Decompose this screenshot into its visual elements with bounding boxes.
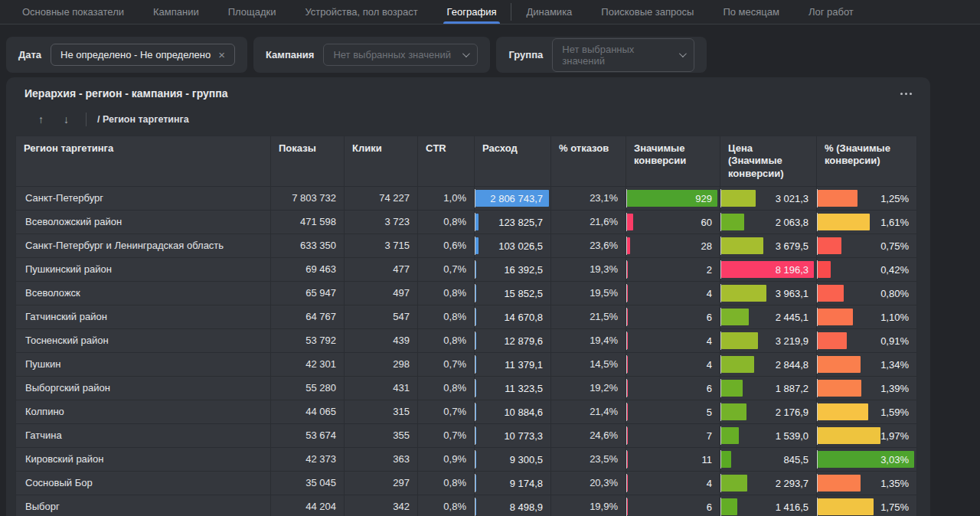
campaign-select[interactable]: Нет выбранных значений: [323, 44, 478, 66]
bar-value-text: 10 884,6: [504, 406, 543, 417]
cell-bounce: 23,1%: [551, 186, 626, 210]
clear-date-icon[interactable]: ×: [218, 49, 225, 60]
cell-ctr: 0,6%: [418, 234, 475, 257]
table-row[interactable]: Тосненский район53 7924390,8%12 879,619,…: [16, 328, 917, 352]
table-row[interactable]: Выборгский район55 2804310,8%11 323,519,…: [16, 376, 917, 400]
bar-value-text: 16 392,5: [504, 263, 543, 275]
cell-bounce: 19,3%: [551, 257, 626, 281]
col-header-clicks[interactable]: Клики: [345, 136, 418, 187]
col-header-ctr[interactable]: CTR: [418, 136, 475, 187]
cell-clicks: 342: [345, 495, 418, 516]
cell-spend-bar: 11 379,1: [475, 352, 551, 376]
cell-conv_share-bar: 1,61%: [817, 210, 917, 234]
cell-price-bar: 2 063,8: [720, 210, 817, 234]
cell-conv_share-bar: 1,25%: [817, 186, 917, 210]
col-header-bounce[interactable]: % отказов: [551, 136, 626, 187]
value-bar: [627, 214, 633, 230]
breadcrumb[interactable]: / Регион таргетинга: [97, 114, 189, 125]
toolbar-divider: [86, 113, 87, 126]
cell-ctr: 0,8%: [418, 495, 475, 516]
cell-region: Санкт-Петербург и Ленинградская область: [16, 234, 271, 257]
filter-campaign-label: Кампания: [266, 49, 314, 60]
table-row[interactable]: Пушкин42 3012980,7%11 379,114,5%42 844,8…: [16, 352, 917, 376]
bar-value-text: 4: [707, 335, 712, 346]
cell-bounce: 21,6%: [551, 210, 626, 234]
value-bar: [818, 285, 844, 302]
date-range-chip[interactable]: Не определено - Не определено ×: [51, 44, 235, 66]
tab-item[interactable]: Кампании: [139, 0, 214, 24]
cell-clicks: 3 723: [345, 210, 418, 234]
table-row[interactable]: Кировский район42 3733630,9%9 300,523,5%…: [16, 447, 917, 471]
bar-value-text: 15 852,5: [504, 287, 543, 299]
cell-conv_share-bar: 1,10%: [817, 305, 917, 328]
table-row[interactable]: Пушкинский район69 4634770,7%16 392,519,…: [16, 257, 917, 281]
bar-value-text: 2 806 743,7: [490, 192, 543, 204]
value-bar: [818, 332, 847, 349]
value-bar: [818, 403, 868, 420]
bar-value-text: 14 670,8: [504, 311, 543, 322]
cell-conv-bar: 11: [626, 447, 720, 471]
cell-clicks: 355: [345, 423, 418, 447]
bar-value-text: 11 379,1: [505, 358, 543, 370]
cell-clicks: 3 715: [345, 234, 418, 257]
col-header-price[interactable]: Цена (Значимые конверсии): [720, 136, 817, 187]
cell-clicks: 497: [345, 281, 418, 305]
table-row[interactable]: Всеволожск65 9474970,8%15 852,519,5%43 9…: [16, 281, 917, 305]
bar-value-text: 2 844,8: [776, 358, 808, 370]
level-up-button[interactable]: ↑: [32, 113, 50, 126]
cell-ctr: 0,9%: [418, 447, 475, 471]
tab-item[interactable]: Поисковые запросы: [586, 0, 708, 24]
value-bar: [818, 261, 831, 278]
bar-value-text: 3,03%: [880, 453, 909, 465]
group-select-placeholder: Нет выбранных значений: [562, 44, 671, 67]
level-down-button[interactable]: ↓: [57, 113, 75, 126]
tab-item[interactable]: Площадки: [214, 0, 291, 24]
cell-conv_share-bar: 1,34%: [817, 352, 917, 376]
tab-active[interactable]: География: [433, 0, 511, 24]
cell-region: Санкт-Петербург: [16, 186, 271, 210]
table-row[interactable]: Санкт-Петербург и Ленинградская область6…: [16, 234, 917, 257]
col-header-region[interactable]: Регион таргетинга: [16, 136, 271, 187]
col-header-conv[interactable]: Значимые конверсии: [626, 136, 720, 187]
cell-bounce: 21,4%: [551, 400, 626, 423]
tab-item[interactable]: Устройства, пол возраст: [290, 0, 432, 24]
table-row[interactable]: Выборг44 2043420,8%8 498,919,9%61 416,51…: [16, 495, 917, 516]
cell-spend-bar: 15 852,5: [475, 281, 551, 305]
col-header-conv_share[interactable]: % (Значимые конверсии): [817, 136, 917, 187]
cell-bounce: 23,5%: [551, 447, 626, 471]
cell-ctr: 0,8%: [418, 281, 475, 305]
col-header-shows[interactable]: Показы: [271, 136, 345, 187]
cell-bounce: 24,6%: [551, 423, 626, 447]
cell-spend-bar: 10 884,6: [475, 400, 551, 423]
tab-item[interactable]: Основные показатели: [8, 0, 139, 24]
cell-conv-bar: 4: [626, 328, 720, 352]
tab-item[interactable]: По месяцам: [708, 0, 794, 24]
table-row[interactable]: Всеволожский район471 5983 7230,8%123 82…: [16, 210, 917, 234]
bar-value-text: 929: [695, 192, 712, 204]
table-row[interactable]: Сосновый Бор35 0452970,8%9 174,820,3%42 …: [16, 471, 917, 495]
value-bar: [818, 475, 861, 492]
cell-bounce: 23,6%: [551, 234, 626, 257]
cell-conv-bar: 2: [626, 257, 720, 281]
table-row[interactable]: Гатчинский район64 7675470,8%14 670,821,…: [16, 305, 917, 328]
cell-spend-bar: 9 300,5: [475, 447, 551, 471]
col-header-spend[interactable]: Расход: [475, 136, 551, 187]
bar-value-text: 12 879,6: [504, 335, 543, 346]
bar-value-text: 0,42%: [880, 263, 909, 275]
cell-region: Всеволожск: [16, 281, 271, 305]
value-bar: [818, 214, 870, 230]
chevron-down-icon: [679, 50, 687, 57]
cell-ctr: 0,8%: [418, 210, 475, 234]
cell-spend-bar: 11 323,5: [475, 376, 551, 400]
value-bar: [721, 237, 763, 254]
campaign-select-placeholder: Нет выбранных значений: [333, 49, 451, 60]
widget-menu-icon[interactable]: [897, 88, 915, 100]
value-bar: [627, 403, 628, 420]
bar-value-text: 9 300,5: [510, 453, 543, 465]
tab-item[interactable]: Лог работ: [794, 0, 868, 24]
tab-item[interactable]: Динамика: [511, 0, 586, 24]
table-row[interactable]: Колпино44 0653150,7%10 884,621,4%52 176,…: [16, 400, 917, 423]
table-row[interactable]: Гатчина53 6743550,7%10 773,324,6%71 539,…: [16, 423, 917, 447]
table-row[interactable]: Санкт-Петербург7 803 73274 2271,0%2 806 …: [16, 186, 917, 210]
group-select[interactable]: Нет выбранных значений: [552, 38, 694, 72]
